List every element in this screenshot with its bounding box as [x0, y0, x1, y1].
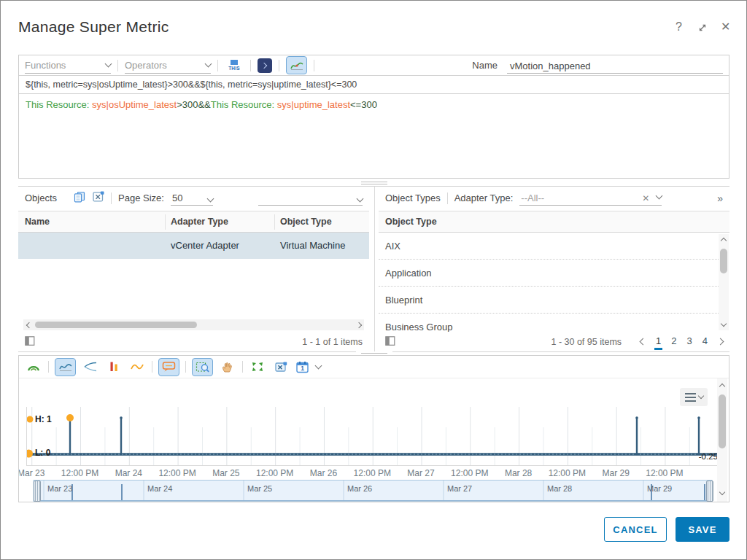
page-title: Manage Super Metric	[18, 18, 169, 36]
x-axis-tick: 12:00 PM	[354, 468, 391, 478]
chevron-down-icon[interactable]	[315, 362, 322, 370]
object-types-scrollbar[interactable]	[719, 234, 729, 330]
date-range-icon[interactable]: 1	[295, 359, 310, 375]
minimap-day-label: Mar 29	[647, 484, 672, 493]
objects-filter-dropdown[interactable]	[258, 191, 363, 206]
scroll-up-icon[interactable]	[717, 380, 727, 391]
formula-description: This Resource: sys|osUptime_latest>300&&…	[19, 94, 729, 115]
functions-dropdown[interactable]: Functions	[25, 58, 111, 74]
x-axis-tick: 12:00 PM	[549, 468, 586, 478]
list-item[interactable]: Application	[379, 260, 719, 287]
line-chart-icon[interactable]	[55, 358, 76, 376]
page-number[interactable]: 4	[703, 335, 708, 348]
scroll-up-icon[interactable]	[719, 234, 729, 245]
divider	[117, 60, 118, 71]
chevron-down-icon	[357, 195, 364, 202]
preview-chart-toggle[interactable]	[286, 56, 307, 74]
scroll-right-icon[interactable]	[353, 319, 364, 330]
object-types-items-status: 1 - 30 of 95 items	[551, 337, 622, 347]
evaluate-icon[interactable]	[258, 58, 272, 73]
page-size-dropdown[interactable]: 50	[171, 191, 213, 206]
zoom-selection-icon[interactable]	[192, 358, 213, 376]
horizontal-splitter-handle[interactable]	[356, 180, 392, 186]
panels-vertical-divider[interactable]	[374, 187, 375, 351]
split-chart-icon[interactable]	[82, 359, 99, 375]
expand-icon[interactable]	[697, 23, 708, 35]
minimap-right-handle[interactable]	[706, 481, 713, 502]
supermetric-name-field[interactable]: vMotion_happened	[507, 58, 723, 74]
divider	[279, 60, 279, 71]
list-item[interactable]: Business Group	[379, 314, 719, 332]
formula-description-part: This Resource:	[211, 99, 277, 110]
gauge-chart-icon[interactable]	[25, 359, 42, 375]
help-icon[interactable]: ?	[676, 21, 682, 33]
previous-page-icon[interactable]	[640, 339, 646, 344]
anomalies-icon[interactable]	[105, 359, 123, 375]
objects-horizontal-scrollbar[interactable]	[23, 319, 364, 330]
collapse-panel-icon[interactable]: »	[717, 192, 723, 204]
pan-icon[interactable]	[219, 359, 236, 375]
operators-dropdown[interactable]: Operators	[125, 58, 211, 74]
minimap-day-label: Mar 26	[347, 484, 372, 493]
formula-input[interactable]: ${this, metric=sys|osUptime_latest}>300&…	[19, 76, 729, 94]
scrollbar-thumb[interactable]	[720, 249, 727, 273]
x-axis-tick: Mar 24	[115, 468, 142, 478]
functions-placeholder: Functions	[25, 60, 66, 71]
column-header-name[interactable]: Name	[25, 217, 50, 227]
data-values-icon[interactable]	[158, 358, 179, 376]
chart-edge-value: -0.25	[699, 452, 718, 461]
column-header-object-type[interactable]: Object Type	[280, 217, 332, 227]
svg-text:1: 1	[301, 365, 304, 372]
x-axis-tick: Mar 23	[18, 468, 44, 478]
column-header-object-type[interactable]: Object Type	[385, 217, 437, 227]
copy-rows-icon[interactable]	[74, 191, 86, 206]
cancel-button[interactable]: CANCEL	[604, 517, 667, 542]
formula-description-part: <=300	[350, 99, 377, 110]
clear-filter-icon[interactable]: ✕	[642, 193, 649, 203]
chevron-down-icon	[105, 61, 112, 68]
chart-legend-menu-button[interactable]	[680, 388, 708, 406]
column-settings-icon[interactable]	[25, 335, 35, 349]
divider	[217, 60, 218, 71]
list-item[interactable]: Blueprint	[379, 287, 719, 314]
close-icon[interactable]: ✕	[721, 21, 730, 33]
formula-text: ${this, metric=sys|osUptime_latest}>300&…	[26, 79, 357, 90]
minimap-day-label: Mar 24	[147, 484, 172, 493]
divider	[48, 361, 49, 373]
formula-description-part: This Resource:	[26, 99, 92, 110]
scroll-down-icon[interactable]	[717, 488, 727, 499]
export-snapshot-icon[interactable]	[272, 359, 290, 375]
insert-this-button[interactable]: THIS	[225, 60, 244, 71]
scroll-left-icon[interactable]	[23, 319, 34, 330]
metric-line-chart[interactable]	[26, 407, 720, 466]
save-button[interactable]: SAVE	[676, 517, 729, 542]
list-item[interactable]: AIX	[379, 233, 719, 260]
object-types-panel-footer: 1 - 30 of 95 items 1234	[379, 332, 729, 351]
clear-selection-icon[interactable]	[93, 191, 104, 205]
x-axis-tick: Mar 29	[602, 468, 629, 478]
x-axis-tick: 12:00 PM	[646, 468, 683, 478]
page-number[interactable]: 1	[656, 335, 661, 348]
chart-minimap[interactable]	[26, 480, 719, 502]
formula-description-part: sys|osUptime_latest	[92, 99, 177, 110]
table-row[interactable]: vCenter AdapterVirtual Machine	[18, 233, 369, 259]
chart-vertical-scrollbar[interactable]	[717, 378, 727, 502]
trend-icon[interactable]	[128, 359, 146, 375]
x-axis-tick: Mar 27	[407, 468, 434, 478]
chart-area[interactable]: H: 1 L: 0 -0.25 Mar 2312:00 PMMar 2412:0…	[26, 407, 719, 502]
page-number[interactable]: 2	[671, 335, 676, 348]
chevron-down-icon	[205, 61, 212, 68]
minimap-left-handle[interactable]	[34, 481, 41, 502]
x-axis-tick: Mar 26	[310, 468, 337, 478]
scrollbar-thumb[interactable]	[719, 394, 726, 448]
column-header-adapter-type[interactable]: Adapter Type	[171, 217, 228, 227]
menu-icon	[685, 393, 696, 402]
page-number[interactable]: 3	[687, 335, 692, 348]
column-settings-icon[interactable]	[385, 335, 395, 349]
chart-toolbar: 1	[19, 356, 729, 378]
next-page-icon[interactable]	[718, 339, 723, 344]
adapter-type-dropdown[interactable]: --All-- ✕	[519, 191, 662, 206]
scrollbar-thumb[interactable]	[35, 322, 197, 328]
fullscreen-icon[interactable]	[249, 359, 266, 375]
scroll-down-icon[interactable]	[719, 319, 729, 330]
